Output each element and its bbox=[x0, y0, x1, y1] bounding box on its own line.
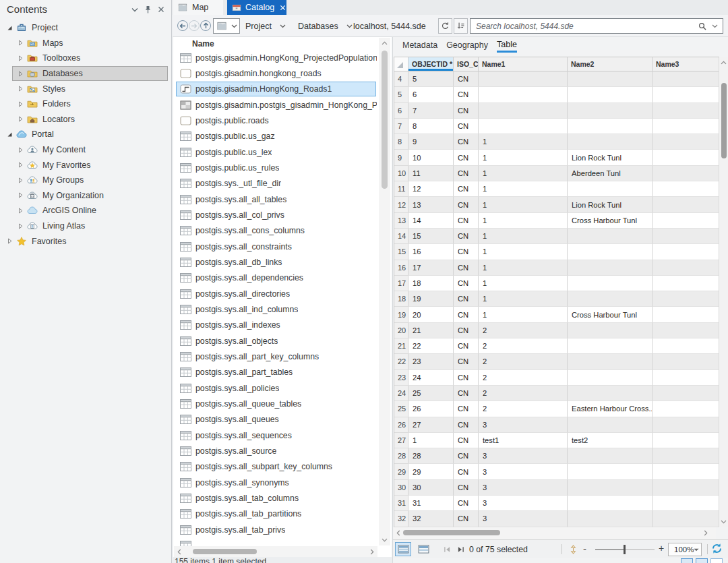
tree-item-my-groups[interactable]: My Groups bbox=[0, 173, 171, 188]
table-row[interactable]: 18 19 CN 1 bbox=[394, 291, 719, 307]
catalog-list-item[interactable]: postgis.sys.all_synonyms bbox=[173, 475, 377, 490]
expand-arrow-icon[interactable] bbox=[16, 55, 24, 61]
catalog-list-item[interactable]: postgis.sys.all_policies bbox=[173, 380, 377, 396]
row-number-cell[interactable]: 29 bbox=[394, 464, 408, 479]
row-number-cell[interactable]: 4 bbox=[394, 71, 408, 87]
table-row[interactable]: 5 6 CN bbox=[394, 87, 719, 102]
table-row[interactable]: 9 10 CN 1 Lion Rock Tunl bbox=[394, 150, 719, 165]
catalog-list-item[interactable]: postgis.gisadmin.postgis_gisadmin_HongKo… bbox=[173, 97, 377, 113]
table-row[interactable]: 27 1 CN test1 test2 bbox=[394, 433, 719, 448]
column-header-name1[interactable]: Name1 bbox=[479, 57, 568, 71]
catalog-list-item[interactable]: postgis.gisadmin.hongkong_roads bbox=[173, 65, 377, 81]
table-row[interactable]: 6 7 CN bbox=[394, 103, 719, 119]
table-horizontal-scrollbar[interactable] bbox=[394, 527, 716, 539]
row-number-cell[interactable]: 8 bbox=[394, 134, 408, 150]
catalog-list-item[interactable]: postgis.sys._utl_file_dir bbox=[173, 176, 377, 191]
back-button[interactable] bbox=[177, 20, 188, 31]
expand-arrow-icon[interactable] bbox=[16, 177, 24, 183]
table-row[interactable]: 13 14 CN 1 Cross Harbour Tunl bbox=[394, 213, 719, 229]
tree-item-arcgis-online[interactable]: ArcGIS Online bbox=[0, 203, 171, 218]
table-row[interactable]: 32 32 CN 3 bbox=[394, 511, 719, 527]
row-number-cell[interactable]: 26 bbox=[394, 417, 408, 433]
row-number-cell[interactable]: 32 bbox=[394, 511, 408, 527]
catalog-list-item[interactable]: postgis.sys.all_subpart_key_columns bbox=[173, 459, 377, 475]
breadcrumb-databases[interactable]: Databases bbox=[298, 18, 353, 34]
table-row[interactable]: 26 27 CN 3 bbox=[394, 417, 719, 433]
scroll-up-icon[interactable] bbox=[719, 58, 728, 67]
breadcrumb-connection[interactable]: localhost, 5444.sde bbox=[353, 18, 452, 34]
catalog-list-item[interactable]: postgis.public.roads bbox=[173, 113, 377, 128]
tree-item-my-organization[interactable]: My Organization bbox=[0, 188, 171, 204]
zoom-level-dropdown[interactable]: 100% bbox=[668, 543, 702, 556]
up-button[interactable] bbox=[200, 20, 211, 31]
auto-scroll-icon[interactable] bbox=[565, 542, 581, 556]
catalog-list-item[interactable]: postgis.sys.all_queue_tables bbox=[173, 396, 377, 411]
catalog-list-item[interactable]: postgis.sys.all_objects bbox=[173, 333, 377, 349]
scroll-up-icon[interactable] bbox=[379, 38, 390, 48]
sort-button[interactable] bbox=[454, 18, 468, 34]
catalog-list-item[interactable]: postgis.sys.all_directories bbox=[173, 286, 377, 301]
column-header-iso-cc[interactable]: ISO_CC bbox=[454, 57, 479, 71]
zoom-out-button[interactable]: - bbox=[583, 543, 586, 554]
catalog-list-item[interactable]: postgis.public.us_lex bbox=[173, 144, 377, 160]
catalog-list-item[interactable]: postgis.sys.all_tab_columns bbox=[173, 490, 377, 506]
layout-icon-3[interactable] bbox=[710, 558, 723, 563]
catalog-list-item[interactable]: postgis.sys.all_dependencies bbox=[173, 270, 377, 286]
row-number-cell[interactable]: 22 bbox=[394, 354, 408, 369]
catalog-list-item[interactable]: postgis.gisadmin.HongKong_ProjectedPopul… bbox=[173, 50, 377, 65]
search-input[interactable]: Search localhost, 5444.sde bbox=[470, 18, 723, 34]
table-row[interactable]: 14 15 CN 1 bbox=[394, 229, 719, 244]
expand-arrow-icon[interactable] bbox=[16, 100, 24, 107]
refresh-table-icon[interactable] bbox=[711, 543, 723, 554]
tab-catalog[interactable]: Catalog bbox=[227, 0, 286, 15]
table-row[interactable]: 30 30 CN 3 bbox=[394, 480, 719, 496]
search-options-chevron-icon[interactable] bbox=[712, 24, 718, 28]
row-number-cell[interactable]: 23 bbox=[394, 370, 408, 386]
table-row[interactable]: 12 13 CN 1 Lion Rock Tunl bbox=[394, 197, 719, 212]
select-all-corner[interactable] bbox=[394, 57, 408, 71]
table-row[interactable]: 25 26 CN 2 Eastern Harbour Cross... bbox=[394, 401, 719, 417]
tree-item-my-favorites[interactable]: My Favorites bbox=[0, 157, 171, 173]
expand-arrow-icon[interactable] bbox=[16, 40, 24, 47]
catalog-list-item[interactable]: postgis.sys.all_col_privs bbox=[173, 207, 377, 223]
catalog-list-item[interactable]: postgis.sys.all_all_tables bbox=[173, 191, 377, 207]
expand-arrow-icon[interactable] bbox=[16, 223, 24, 229]
tab-metadata[interactable]: Metadata bbox=[402, 40, 437, 51]
expand-arrow-icon[interactable] bbox=[16, 207, 24, 214]
row-number-cell[interactable]: 11 bbox=[394, 181, 408, 197]
catalog-list-item[interactable]: postgis.sys.all_source bbox=[173, 443, 377, 458]
zoom-in-button[interactable]: + bbox=[659, 543, 664, 554]
tree-item-toolboxes[interactable]: Toolboxes bbox=[0, 51, 171, 66]
name-column-header[interactable]: Name bbox=[192, 39, 214, 49]
scrollbar-thumb[interactable] bbox=[721, 83, 727, 158]
list-horizontal-scrollbar[interactable] bbox=[174, 546, 377, 557]
close-panel-icon[interactable] bbox=[158, 6, 164, 13]
table-row[interactable]: 7 8 CN bbox=[394, 119, 719, 134]
panel-options-chevron-icon[interactable] bbox=[131, 7, 138, 12]
show-selected-records-button[interactable] bbox=[415, 542, 431, 556]
expand-arrow-icon[interactable] bbox=[16, 192, 24, 199]
tree-item-favorites[interactable]: Favorites bbox=[0, 233, 171, 249]
scroll-left-icon[interactable] bbox=[396, 530, 400, 536]
refresh-button[interactable] bbox=[438, 18, 452, 34]
expand-arrow-icon[interactable] bbox=[16, 86, 24, 92]
table-row[interactable]: 23 24 CN 2 bbox=[394, 370, 719, 386]
tree-item-project[interactable]: Project bbox=[0, 20, 171, 36]
table-row[interactable]: 28 28 CN 3 bbox=[394, 448, 719, 464]
table-row[interactable]: 8 9 CN 1 bbox=[394, 134, 719, 150]
close-tab-icon[interactable] bbox=[280, 5, 286, 11]
catalog-list-item[interactable]: postgis.public.us_gaz bbox=[173, 129, 377, 144]
row-number-cell[interactable]: 14 bbox=[394, 229, 408, 244]
view-switcher-icons[interactable] bbox=[681, 558, 723, 563]
table-row[interactable]: 4 5 CN bbox=[394, 71, 719, 87]
catalog-list-item[interactable]: postgis.sys.all_db_links bbox=[173, 254, 377, 270]
tree-item-styles[interactable]: Styles bbox=[0, 81, 171, 96]
catalog-list-item[interactable]: postgis.sys.all_queues bbox=[173, 412, 377, 427]
search-icon[interactable] bbox=[698, 22, 706, 30]
catalog-list-item[interactable]: postgis.sys.all_part_key_columns bbox=[173, 349, 377, 364]
table-row[interactable]: 16 17 CN 1 bbox=[394, 260, 719, 276]
table-row[interactable]: 20 21 CN 2 bbox=[394, 323, 719, 338]
table-row[interactable]: 31 31 CN 3 bbox=[394, 496, 719, 511]
tree-item-locators[interactable]: Locators bbox=[0, 112, 171, 127]
catalog-list-item[interactable]: postgis.sys.all_cons_columns bbox=[173, 223, 377, 239]
